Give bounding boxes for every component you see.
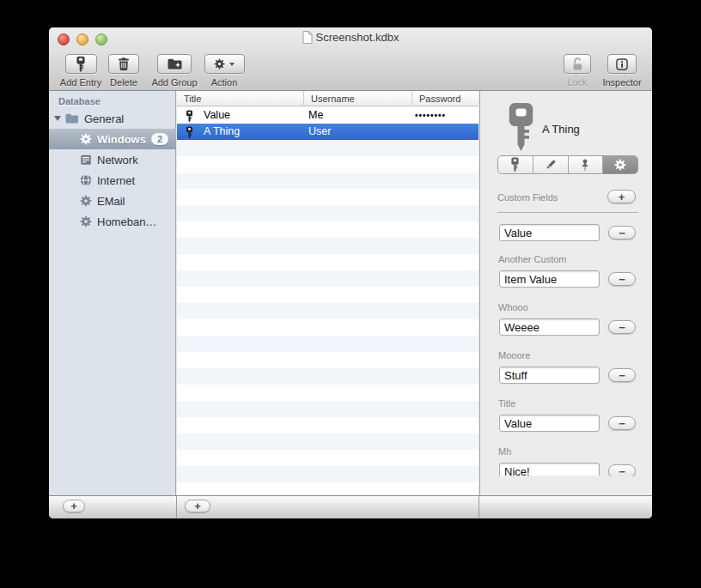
sidebar-item-email[interactable]: EMail (49, 191, 176, 211)
sidebar-item-network[interactable]: Network (49, 149, 176, 170)
key-icon (76, 56, 86, 73)
remove-field-button[interactable]: − (608, 272, 636, 286)
plus-icon: + (70, 500, 77, 512)
table-row-empty[interactable] (177, 417, 479, 433)
add-group-label: Add Group (151, 77, 197, 88)
disclosure-triangle-icon[interactable] (54, 116, 61, 121)
table-row-empty[interactable] (177, 287, 479, 303)
table-row-empty[interactable] (177, 140, 479, 156)
key-icon (186, 110, 193, 123)
custom-field-value-input[interactable] (499, 318, 600, 336)
remove-field-button[interactable]: − (608, 368, 636, 382)
sidebar-item-internet[interactable]: Internet (49, 170, 176, 191)
entry-username-cell: User (308, 125, 331, 137)
sidebar-item-homebanking[interactable]: Homeban… (49, 211, 176, 232)
remove-field-button[interactable]: − (608, 416, 636, 430)
sidebar-item-label: EMail (97, 195, 125, 208)
lock-label: Lock (567, 77, 587, 88)
table-row-empty[interactable] (177, 205, 479, 221)
key-icon-large (506, 101, 536, 153)
sidebar-item-label: Windows (97, 133, 146, 146)
custom-field-value-input[interactable] (499, 270, 600, 288)
footer-divider (479, 496, 479, 518)
inspector-panel: A Thing Custom Fields + − Another Custom… (479, 91, 652, 495)
table-row-empty[interactable] (177, 238, 479, 254)
column-header-password[interactable]: Password (411, 91, 479, 106)
key-icon (186, 126, 193, 139)
footer-divider (176, 496, 177, 518)
custom-field-label: Another Custom (498, 254, 566, 264)
sidebar-item-windows[interactable]: Windows 2 (49, 129, 176, 149)
table-row-empty[interactable] (177, 352, 479, 368)
minus-icon: − (619, 322, 625, 333)
tab-general[interactable] (498, 156, 533, 173)
action-button[interactable] (204, 54, 245, 74)
custom-field-value-input[interactable] (499, 224, 600, 241)
table-row-entry-selected[interactable]: A Thing User (177, 124, 479, 140)
inspector-entry-title: A Thing (542, 123, 580, 136)
toolbar-item-add-group: Add Group (147, 54, 202, 88)
tab-notes[interactable] (533, 156, 568, 173)
action-label: Action (211, 77, 238, 88)
table-row-empty[interactable] (177, 336, 479, 352)
table-row-empty[interactable] (177, 254, 479, 270)
toolbar-item-delete: Delete (106, 54, 142, 88)
pencil-icon (545, 159, 557, 171)
custom-field-label: Mh (498, 446, 511, 457)
tab-custom-fields[interactable] (602, 156, 637, 173)
custom-field-value-input[interactable] (499, 415, 600, 432)
sidebar-section-header: Database (58, 96, 101, 106)
add-entry-button[interactable] (65, 54, 97, 74)
sidebar-item-label: Homeban… (97, 215, 156, 228)
table-row-empty[interactable] (177, 433, 479, 450)
custom-field-label: Mooore (498, 350, 530, 361)
table-row-empty[interactable] (177, 270, 479, 287)
document-icon (302, 31, 313, 44)
info-icon (616, 58, 628, 70)
custom-field-value-input[interactable] (499, 367, 600, 384)
sidebar-item-general[interactable]: General (49, 108, 176, 129)
table-row-empty[interactable] (177, 303, 479, 319)
inspector-button[interactable] (607, 54, 637, 74)
custom-field-clipped (499, 463, 601, 476)
table-row-empty[interactable] (177, 385, 479, 401)
table-header: Title Username Password (177, 91, 479, 106)
remove-field-button[interactable]: − (608, 226, 636, 239)
column-header-username[interactable]: Username (303, 91, 411, 106)
window-title-text: Screenshot.kdbx (316, 31, 399, 44)
table-row-empty[interactable] (177, 221, 479, 238)
table-row-empty[interactable] (177, 466, 479, 482)
table-row-empty[interactable] (177, 401, 479, 417)
add-entry-footer-button[interactable]: + (185, 500, 210, 512)
plus-icon: + (194, 500, 201, 512)
table-row-empty[interactable] (177, 156, 479, 173)
table-row-empty[interactable] (177, 450, 479, 466)
delete-button[interactable] (108, 54, 139, 74)
globe-icon (80, 174, 92, 186)
table-row-empty[interactable] (177, 482, 479, 495)
toolbar-item-lock: Lock (555, 54, 600, 88)
inspector-label: Inspector (602, 77, 641, 88)
app-window: Screenshot.kdbx Add Entry Delete Add Gro… (49, 27, 652, 518)
entry-table: Title Username Password Value Me •••••••… (177, 91, 479, 495)
lock-button[interactable] (564, 54, 591, 74)
toolbar-item-add-entry: Add Entry (56, 54, 106, 88)
add-custom-field-button[interactable]: + (607, 190, 636, 203)
tab-attachments[interactable] (568, 156, 603, 173)
add-group-footer-button[interactable]: + (63, 500, 85, 512)
minus-icon: − (619, 274, 625, 285)
table-row-empty[interactable] (177, 319, 479, 336)
add-group-button[interactable] (157, 54, 192, 74)
column-header-title[interactable]: Title (177, 91, 303, 106)
remove-field-button[interactable]: − (608, 320, 636, 334)
table-row-entry[interactable]: Value Me •••••••• (177, 107, 479, 124)
table-row-empty[interactable] (177, 368, 479, 385)
custom-field-value-input[interactable] (499, 463, 600, 476)
table-row-empty[interactable] (177, 173, 479, 189)
remove-field-button[interactable]: − (608, 464, 636, 476)
table-row-empty[interactable] (177, 189, 479, 205)
sidebar-item-label: Network (97, 154, 138, 167)
minus-icon: − (619, 418, 625, 429)
entry-username-cell: Me (308, 109, 323, 121)
entry-count-badge: 2 (151, 133, 168, 145)
